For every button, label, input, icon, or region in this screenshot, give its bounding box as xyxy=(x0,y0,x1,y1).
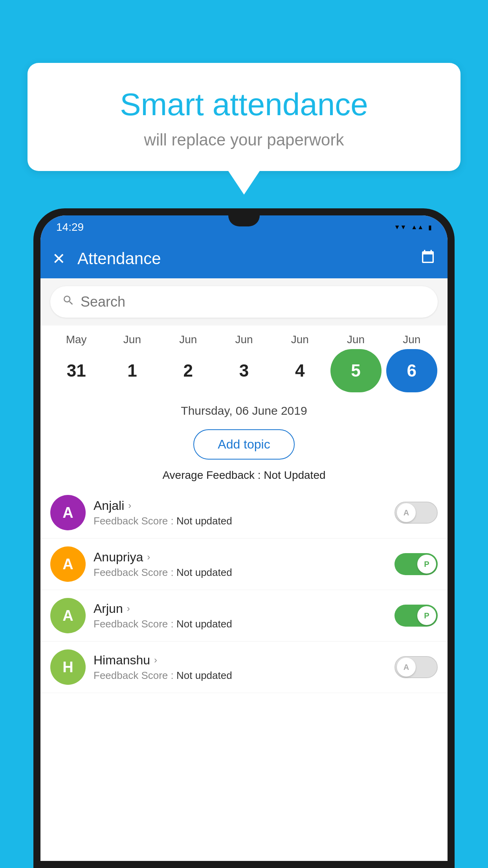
toggle-container[interactable]: P xyxy=(394,605,438,627)
date-6[interactable]: 6 xyxy=(386,349,437,392)
toggle-knob: P xyxy=(417,606,436,625)
student-info: Anjali › Feedback Score : Not updated xyxy=(94,498,394,527)
toggle-container[interactable]: A xyxy=(394,502,438,524)
attendance-toggle[interactable]: P xyxy=(394,553,438,575)
wifi-icon: ▼▼ xyxy=(394,224,407,231)
calendar-months: May Jun Jun Jun Jun Jun Jun xyxy=(48,333,440,346)
speech-bubble-container: Smart attendance will replace your paper… xyxy=(28,63,460,195)
status-icons: ▼▼ ▲▲ ▮ xyxy=(394,224,432,231)
student-info: Anupriya › Feedback Score : Not updated xyxy=(94,550,394,579)
month-5: Jun xyxy=(330,333,382,346)
student-info: Arjun › Feedback Score : Not updated xyxy=(94,601,394,630)
avatar: H xyxy=(50,649,86,685)
month-4: Jun xyxy=(274,333,325,346)
date-4[interactable]: 4 xyxy=(274,349,325,392)
feedback-value: Not Updated xyxy=(264,469,325,481)
app-bar: ✕ Attendance xyxy=(40,239,448,278)
date-display: Thursday, 06 June 2019 xyxy=(40,396,448,425)
avatar: A xyxy=(50,598,86,633)
chevron-right-icon: › xyxy=(147,552,150,563)
toggle-knob: A xyxy=(397,503,416,522)
add-topic-button[interactable]: Add topic xyxy=(193,429,294,460)
attendance-toggle[interactable]: A xyxy=(394,502,438,524)
attendance-toggle[interactable]: P xyxy=(394,605,438,627)
avatar: A xyxy=(50,546,86,582)
student-name[interactable]: Himanshu › xyxy=(94,653,394,668)
student-info: Himanshu › Feedback Score : Not updated xyxy=(94,653,394,682)
list-item: H Himanshu › Feedback Score : Not update… xyxy=(40,642,448,693)
student-name[interactable]: Anjali › xyxy=(94,498,394,513)
chevron-right-icon: › xyxy=(127,603,130,614)
search-bar[interactable] xyxy=(50,286,438,318)
speech-bubble-tail xyxy=(228,171,260,195)
status-bar: 14:29 ▼▼ ▲▲ ▮ xyxy=(40,215,448,239)
student-feedback: Feedback Score : Not updated xyxy=(94,566,394,579)
student-feedback: Feedback Score : Not updated xyxy=(94,515,394,527)
speech-bubble-title: Smart attendance xyxy=(47,86,441,123)
toggle-container[interactable]: A xyxy=(394,656,438,678)
month-2: Jun xyxy=(163,333,214,346)
student-feedback: Feedback Score : Not updated xyxy=(94,669,394,682)
list-item: A Anjali › Feedback Score : Not updated … xyxy=(40,487,448,539)
chevron-right-icon: › xyxy=(154,655,157,666)
month-1: Jun xyxy=(106,333,158,346)
search-icon xyxy=(62,294,75,310)
student-list: A Anjali › Feedback Score : Not updated … xyxy=(40,487,448,693)
date-3[interactable]: 3 xyxy=(218,349,270,392)
toggle-container[interactable]: P xyxy=(394,553,438,575)
date-1[interactable]: 1 xyxy=(106,349,158,392)
calendar-strip: May Jun Jun Jun Jun Jun Jun 31 1 2 3 4 5… xyxy=(40,326,448,396)
add-topic-container: Add topic xyxy=(40,425,448,463)
feedback-label: Average Feedback : xyxy=(162,469,264,481)
speech-bubble-subtitle: will replace your paperwork xyxy=(47,131,441,149)
month-3: Jun xyxy=(218,333,270,346)
date-2[interactable]: 2 xyxy=(163,349,214,392)
phone-frame: 14:29 ▼▼ ▲▲ ▮ ✕ Attendance xyxy=(33,208,455,868)
list-item: A Arjun › Feedback Score : Not updated P xyxy=(40,590,448,642)
search-container xyxy=(40,278,448,326)
speech-bubble: Smart attendance will replace your paper… xyxy=(28,63,460,171)
chevron-right-icon: › xyxy=(128,500,131,511)
signal-icon: ▲▲ xyxy=(411,224,424,231)
toggle-knob: P xyxy=(417,555,436,574)
month-0: May xyxy=(51,333,102,346)
battery-icon: ▮ xyxy=(428,224,432,231)
student-name[interactable]: Anupriya › xyxy=(94,550,394,565)
status-time: 14:29 xyxy=(56,221,84,234)
date-5[interactable]: 5 xyxy=(330,349,382,392)
attendance-toggle[interactable]: A xyxy=(394,656,438,678)
notch xyxy=(228,215,260,226)
app-title: Attendance xyxy=(77,249,420,268)
phone-screen: 14:29 ▼▼ ▲▲ ▮ ✕ Attendance xyxy=(40,215,448,861)
close-button[interactable]: ✕ xyxy=(52,250,66,268)
search-input[interactable] xyxy=(81,294,426,310)
month-6: Jun xyxy=(386,333,437,346)
student-name[interactable]: Arjun › xyxy=(94,601,394,616)
calendar-dates: 31 1 2 3 4 5 6 xyxy=(48,349,440,392)
toggle-knob: A xyxy=(397,658,416,677)
feedback-line: Average Feedback : Not Updated xyxy=(40,463,448,487)
date-31[interactable]: 31 xyxy=(51,349,102,392)
calendar-icon[interactable] xyxy=(420,249,436,268)
student-feedback: Feedback Score : Not updated xyxy=(94,618,394,630)
avatar: A xyxy=(50,495,86,530)
list-item: A Anupriya › Feedback Score : Not update… xyxy=(40,539,448,590)
